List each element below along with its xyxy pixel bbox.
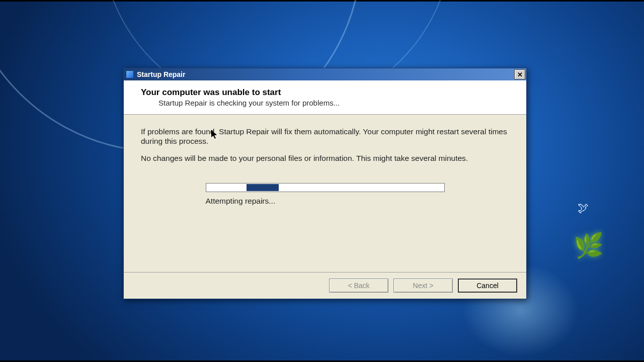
titlebar[interactable]: Startup Repair ✕ — [124, 68, 526, 80]
page-subtitle: Startup Repair is checking your system f… — [158, 99, 509, 107]
body-panel: If problems are found, Startup Repair wi… — [124, 115, 526, 211]
app-icon — [126, 70, 134, 78]
window-title: Startup Repair — [137, 70, 514, 78]
button-row: < Back Next > Cancel — [124, 272, 526, 299]
close-icon: ✕ — [517, 71, 523, 78]
next-button: Next > — [393, 279, 453, 293]
desktop-background: 🌿 🕊 Startup Repair ✕ Your computer was u… — [0, 0, 644, 362]
startup-repair-dialog: Startup Repair ✕ Your computer was unabl… — [123, 68, 527, 299]
plant-icon: 🌿 — [574, 231, 604, 260]
header-panel: Your computer was unable to start Startu… — [124, 80, 526, 115]
close-button[interactable]: ✕ — [514, 69, 525, 79]
progress-label: Attempting repairs... — [206, 196, 445, 206]
progress-bar — [206, 183, 445, 192]
body-paragraph-1: If problems are found, Startup Repair wi… — [141, 127, 509, 146]
body-paragraph-2: No changes will be made to your personal… — [141, 153, 509, 163]
bird-icon: 🕊 — [578, 202, 589, 215]
cancel-button[interactable]: Cancel — [458, 279, 517, 293]
progress-chunk — [247, 184, 279, 191]
back-button: < Back — [329, 279, 388, 293]
page-title: Your computer was unable to start — [141, 87, 509, 98]
